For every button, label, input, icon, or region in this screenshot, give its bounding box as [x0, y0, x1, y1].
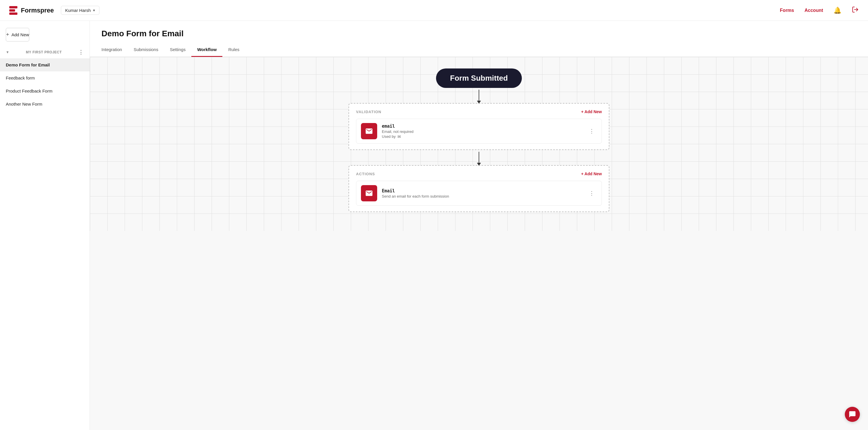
logout-icon[interactable]: [852, 6, 859, 15]
used-by-email-icon: ✉: [398, 134, 401, 139]
plus-icon: +: [6, 32, 9, 38]
project-triangle-icon: ▼: [6, 50, 9, 54]
validation-email-card[interactable]: email Email, not required Used by ✉ ⋮: [356, 119, 602, 144]
actions-label: ACTIONS: [356, 172, 375, 176]
header-nav: Forms Account 🔔: [780, 6, 859, 15]
arrow-down-icon-2: [478, 152, 479, 163]
actions-add-new-link[interactable]: + Add New: [581, 171, 602, 176]
validation-header: VALIDATION + Add New: [356, 109, 602, 114]
bell-icon[interactable]: 🔔: [834, 7, 841, 14]
tab-settings[interactable]: Settings: [164, 44, 191, 57]
account-link[interactable]: Account: [805, 8, 823, 13]
validation-add-new-link[interactable]: + Add New: [581, 109, 602, 114]
validation-card-used: Used by ✉: [382, 134, 582, 139]
page-title: Demo Form for Email: [101, 29, 857, 38]
email-action-card-icon: [361, 185, 377, 201]
tab-submissions[interactable]: Submissions: [128, 44, 164, 57]
arrow-1: [478, 90, 479, 101]
tabs: Integration Submissions Settings Workflo…: [101, 44, 857, 57]
project-menu-icon[interactable]: ⋮: [78, 49, 84, 55]
validation-card-subtitle: Email, not required: [382, 130, 582, 134]
project-name: MY FIRST PROJECT: [26, 50, 62, 54]
chevron-down-icon: ▾: [93, 8, 95, 12]
validation-card-title: email: [382, 123, 582, 129]
forms-link[interactable]: Forms: [780, 8, 794, 13]
actions-card-content: Email Send an email for each form submis…: [382, 188, 582, 198]
validation-section: VALIDATION + Add New email Email, not re…: [348, 103, 610, 150]
logo-area: Formspree: [9, 6, 54, 15]
actions-card-menu[interactable]: ⋮: [587, 189, 597, 198]
sidebar-item-product-feedback[interactable]: Product Feedback Form: [0, 84, 90, 97]
validation-card-content: email Email, not required Used by ✉: [382, 123, 582, 139]
form-submitted-trigger[interactable]: Form Submitted: [436, 68, 522, 88]
logo-text: Formspree: [21, 7, 54, 14]
sidebar: + Add New ▼ MY FIRST PROJECT ⋮ Demo Form…: [0, 21, 90, 430]
validation-label: VALIDATION: [356, 110, 381, 114]
validation-card-menu[interactable]: ⋮: [587, 127, 597, 136]
workspace-name: Kumar Harsh: [65, 8, 91, 13]
actions-card-title: Email: [382, 188, 582, 194]
sidebar-item-demo-form[interactable]: Demo Form for Email: [0, 58, 90, 71]
tab-rules[interactable]: Rules: [222, 44, 245, 57]
workspace-selector[interactable]: Kumar Harsh ▾: [61, 6, 99, 15]
workflow-content: Form Submitted VALIDATION + Add New: [348, 68, 610, 212]
actions-card-subtitle: Send an email for each form submission: [382, 194, 582, 198]
actions-email-card[interactable]: Email Send an email for each form submis…: [356, 181, 602, 206]
main-header: Demo Form for Email Integration Submissi…: [90, 21, 868, 57]
formspree-logo-icon: [9, 6, 18, 15]
arrow-2: [478, 152, 479, 163]
email-card-icon: [361, 123, 377, 139]
tab-integration[interactable]: Integration: [101, 44, 128, 57]
sidebar-item-feedback-form[interactable]: Feedback form: [0, 71, 90, 84]
header: Formspree Kumar Harsh ▾ Forms Account 🔔: [0, 0, 868, 21]
tab-workflow[interactable]: Workflow: [191, 44, 222, 57]
arrow-down-icon-1: [478, 90, 479, 101]
chat-button[interactable]: [845, 407, 860, 422]
sidebar-item-another-new-form[interactable]: Another New Form: [0, 97, 90, 111]
project-header: ▼ MY FIRST PROJECT ⋮: [0, 47, 90, 58]
add-new-button[interactable]: + Add New: [6, 28, 29, 41]
workflow-canvas: Form Submitted VALIDATION + Add New: [90, 57, 868, 231]
add-new-label: Add New: [11, 32, 29, 37]
actions-header: ACTIONS + Add New: [356, 171, 602, 176]
actions-section: ACTIONS + Add New Email Send an email fo…: [348, 165, 610, 212]
layout: + Add New ▼ MY FIRST PROJECT ⋮ Demo Form…: [0, 21, 868, 430]
main-content: Demo Form for Email Integration Submissi…: [90, 21, 868, 430]
